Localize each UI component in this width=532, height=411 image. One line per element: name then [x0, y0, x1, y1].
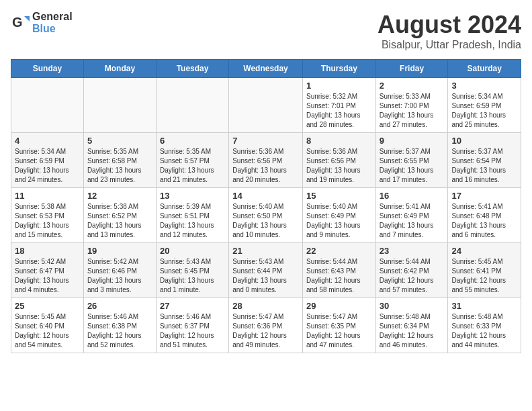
day-number: 17 — [451, 191, 517, 201]
calendar-cell: 24Sunrise: 5:45 AM Sunset: 6:41 PM Dayli… — [448, 243, 521, 298]
calendar-cell: 18Sunrise: 5:42 AM Sunset: 6:47 PM Dayli… — [11, 243, 84, 298]
day-info: Sunrise: 5:36 AM Sunset: 6:56 PM Dayligh… — [232, 147, 299, 185]
calendar-cell: 19Sunrise: 5:42 AM Sunset: 6:46 PM Dayli… — [83, 243, 156, 298]
week-row-5: 25Sunrise: 5:45 AM Sunset: 6:40 PM Dayli… — [11, 298, 521, 353]
day-number: 24 — [451, 246, 517, 256]
day-number: 23 — [380, 246, 445, 256]
day-info: Sunrise: 5:48 AM Sunset: 6:34 PM Dayligh… — [380, 312, 445, 350]
day-info: Sunrise: 5:43 AM Sunset: 6:45 PM Dayligh… — [160, 257, 225, 295]
day-number: 1 — [306, 81, 372, 91]
day-info: Sunrise: 5:37 AM Sunset: 6:54 PM Dayligh… — [451, 147, 517, 185]
day-info: Sunrise: 5:36 AM Sunset: 6:56 PM Dayligh… — [306, 147, 372, 185]
calendar-cell: 3Sunrise: 5:34 AM Sunset: 6:59 PM Daylig… — [448, 78, 521, 133]
day-info: Sunrise: 5:47 AM Sunset: 6:36 PM Dayligh… — [232, 312, 299, 350]
calendar-cell: 7Sunrise: 5:36 AM Sunset: 6:56 PM Daylig… — [229, 133, 303, 188]
calendar-cell: 9Sunrise: 5:37 AM Sunset: 6:55 PM Daylig… — [375, 133, 448, 188]
day-number: 16 — [380, 191, 445, 201]
calendar-cell: 30Sunrise: 5:48 AM Sunset: 6:34 PM Dayli… — [375, 298, 448, 353]
day-number: 26 — [87, 301, 152, 311]
day-number: 20 — [160, 246, 225, 256]
week-row-4: 18Sunrise: 5:42 AM Sunset: 6:47 PM Dayli… — [11, 243, 521, 298]
week-row-3: 11Sunrise: 5:38 AM Sunset: 6:53 PM Dayli… — [11, 188, 521, 243]
logo-general: General — [32, 11, 73, 23]
logo-icon: G — [11, 13, 30, 32]
day-number: 9 — [380, 136, 445, 146]
header-cell-saturday: Saturday — [448, 60, 521, 78]
day-info: Sunrise: 5:38 AM Sunset: 6:53 PM Dayligh… — [15, 202, 80, 240]
calendar-table: SundayMondayTuesdayWednesdayThursdayFrid… — [11, 59, 521, 353]
day-info: Sunrise: 5:45 AM Sunset: 6:41 PM Dayligh… — [451, 257, 517, 295]
day-info: Sunrise: 5:33 AM Sunset: 7:00 PM Dayligh… — [380, 92, 445, 130]
day-number: 21 — [232, 246, 299, 256]
calendar-cell: 14Sunrise: 5:40 AM Sunset: 6:50 PM Dayli… — [229, 188, 303, 243]
calendar-cell: 21Sunrise: 5:43 AM Sunset: 6:44 PM Dayli… — [229, 243, 303, 298]
day-number: 28 — [232, 301, 299, 311]
calendar-cell: 11Sunrise: 5:38 AM Sunset: 6:53 PM Dayli… — [11, 188, 84, 243]
day-number: 27 — [160, 301, 225, 311]
day-number: 5 — [87, 136, 152, 146]
day-number: 4 — [15, 136, 80, 146]
day-info: Sunrise: 5:47 AM Sunset: 6:35 PM Dayligh… — [306, 312, 372, 350]
calendar-cell: 27Sunrise: 5:46 AM Sunset: 6:37 PM Dayli… — [156, 298, 228, 353]
day-info: Sunrise: 5:48 AM Sunset: 6:33 PM Dayligh… — [451, 312, 517, 350]
header-cell-sunday: Sunday — [11, 60, 84, 78]
svg-marker-1 — [24, 16, 30, 21]
calendar-cell: 29Sunrise: 5:47 AM Sunset: 6:35 PM Dayli… — [302, 298, 375, 353]
logo-blue: Blue — [32, 23, 73, 35]
header: G General Blue August 2024 Bisalpur, Utt… — [11, 11, 521, 51]
day-info: Sunrise: 5:38 AM Sunset: 6:52 PM Dayligh… — [87, 202, 152, 240]
day-info: Sunrise: 5:37 AM Sunset: 6:55 PM Dayligh… — [380, 147, 445, 185]
day-number: 30 — [380, 301, 445, 311]
header-row: SundayMondayTuesdayWednesdayThursdayFrid… — [11, 60, 521, 78]
day-info: Sunrise: 5:45 AM Sunset: 6:40 PM Dayligh… — [15, 312, 80, 350]
day-info: Sunrise: 5:46 AM Sunset: 6:37 PM Dayligh… — [160, 312, 225, 350]
calendar-cell: 15Sunrise: 5:40 AM Sunset: 6:49 PM Dayli… — [302, 188, 375, 243]
header-cell-wednesday: Wednesday — [229, 60, 303, 78]
svg-text:G: G — [12, 15, 23, 30]
calendar-header: SundayMondayTuesdayWednesdayThursdayFrid… — [11, 60, 521, 78]
header-cell-thursday: Thursday — [302, 60, 375, 78]
day-info: Sunrise: 5:40 AM Sunset: 6:50 PM Dayligh… — [232, 202, 299, 240]
calendar-cell — [229, 78, 303, 133]
day-number: 8 — [306, 136, 372, 146]
calendar-cell: 25Sunrise: 5:45 AM Sunset: 6:40 PM Dayli… — [11, 298, 84, 353]
day-info: Sunrise: 5:41 AM Sunset: 6:49 PM Dayligh… — [380, 202, 445, 240]
day-number: 18 — [15, 246, 80, 256]
calendar-cell: 4Sunrise: 5:34 AM Sunset: 6:59 PM Daylig… — [11, 133, 84, 188]
day-info: Sunrise: 5:41 AM Sunset: 6:48 PM Dayligh… — [451, 202, 517, 240]
calendar-cell: 31Sunrise: 5:48 AM Sunset: 6:33 PM Dayli… — [448, 298, 521, 353]
day-number: 25 — [15, 301, 80, 311]
day-info: Sunrise: 5:35 AM Sunset: 6:58 PM Dayligh… — [87, 147, 152, 185]
day-info: Sunrise: 5:34 AM Sunset: 6:59 PM Dayligh… — [15, 147, 80, 185]
header-cell-tuesday: Tuesday — [156, 60, 228, 78]
day-info: Sunrise: 5:34 AM Sunset: 6:59 PM Dayligh… — [451, 92, 517, 130]
calendar-cell: 26Sunrise: 5:46 AM Sunset: 6:38 PM Dayli… — [83, 298, 156, 353]
calendar-cell: 2Sunrise: 5:33 AM Sunset: 7:00 PM Daylig… — [375, 78, 448, 133]
day-info: Sunrise: 5:42 AM Sunset: 6:47 PM Dayligh… — [15, 257, 80, 295]
day-number: 31 — [451, 301, 517, 311]
calendar-cell: 5Sunrise: 5:35 AM Sunset: 6:58 PM Daylig… — [83, 133, 156, 188]
day-info: Sunrise: 5:44 AM Sunset: 6:43 PM Dayligh… — [306, 257, 372, 295]
calendar-cell: 10Sunrise: 5:37 AM Sunset: 6:54 PM Dayli… — [448, 133, 521, 188]
day-number: 2 — [380, 81, 445, 91]
day-number: 13 — [160, 191, 225, 201]
calendar-cell: 12Sunrise: 5:38 AM Sunset: 6:52 PM Dayli… — [83, 188, 156, 243]
day-info: Sunrise: 5:42 AM Sunset: 6:46 PM Dayligh… — [87, 257, 152, 295]
calendar-cell — [11, 78, 84, 133]
calendar-cell — [156, 78, 228, 133]
day-info: Sunrise: 5:40 AM Sunset: 6:49 PM Dayligh… — [306, 202, 372, 240]
day-info: Sunrise: 5:35 AM Sunset: 6:57 PM Dayligh… — [160, 147, 225, 185]
day-number: 3 — [451, 81, 517, 91]
calendar-cell — [83, 78, 156, 133]
day-number: 15 — [306, 191, 372, 201]
title-area: August 2024 Bisalpur, Uttar Pradesh, Ind… — [378, 11, 521, 51]
calendar-cell: 13Sunrise: 5:39 AM Sunset: 6:51 PM Dayli… — [156, 188, 228, 243]
day-number: 19 — [87, 246, 152, 256]
header-cell-friday: Friday — [375, 60, 448, 78]
calendar-cell: 23Sunrise: 5:44 AM Sunset: 6:42 PM Dayli… — [375, 243, 448, 298]
calendar-cell: 22Sunrise: 5:44 AM Sunset: 6:43 PM Dayli… — [302, 243, 375, 298]
week-row-1: 1Sunrise: 5:32 AM Sunset: 7:01 PM Daylig… — [11, 78, 521, 133]
day-info: Sunrise: 5:44 AM Sunset: 6:42 PM Dayligh… — [380, 257, 445, 295]
day-info: Sunrise: 5:32 AM Sunset: 7:01 PM Dayligh… — [306, 92, 372, 130]
calendar-cell: 28Sunrise: 5:47 AM Sunset: 6:36 PM Dayli… — [229, 298, 303, 353]
